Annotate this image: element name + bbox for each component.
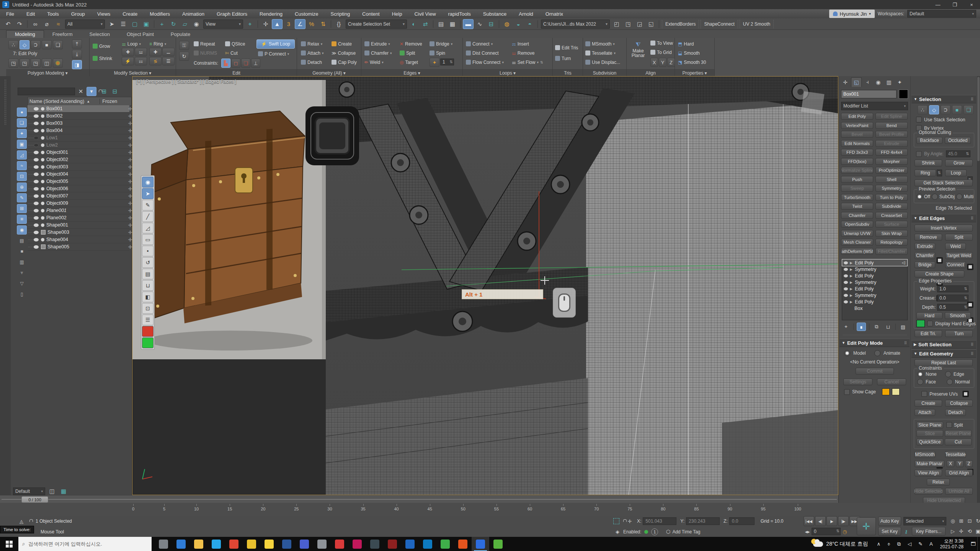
preserve-uvs-settings-icon[interactable] bbox=[962, 391, 969, 397]
extendborders-button[interactable]: ExtendBorders bbox=[662, 20, 699, 28]
filter-cameras-icon[interactable]: ▣ bbox=[17, 140, 27, 149]
modifier-pathdeform-wsm[interactable]: PathDeform (WSM bbox=[841, 248, 873, 255]
ring-shift-button[interactable]: ≶ bbox=[149, 57, 162, 65]
expand-arrow-icon[interactable]: ▶ bbox=[850, 280, 853, 284]
constraint-face-icon[interactable]: ❑ bbox=[241, 59, 250, 68]
frame-tick[interactable]: 60 bbox=[528, 507, 532, 511]
filter-frozen-icon[interactable]: ✳ bbox=[17, 215, 27, 224]
enabled-badge[interactable]: 1 bbox=[651, 528, 658, 535]
tray-display-icon[interactable]: ⧉ bbox=[897, 541, 901, 547]
ring-shrink-button[interactable]: ⚊ bbox=[162, 48, 175, 56]
explorer-search-input[interactable] bbox=[18, 88, 75, 95]
configure-modifier-sets-icon[interactable]: ▨ bbox=[899, 323, 907, 331]
bridge-button[interactable]: Bridge bbox=[915, 261, 935, 268]
tessellate-button[interactable]: Tessellate▾ bbox=[585, 49, 616, 57]
stack-eye-icon[interactable] bbox=[844, 294, 848, 297]
repeat-button[interactable]: Repeat bbox=[194, 40, 215, 47]
loop-dropdown[interactable]: ⚌Loop▾ bbox=[122, 40, 141, 47]
snaps-toggle-icon[interactable]: 3 bbox=[283, 19, 294, 29]
tab-populate[interactable]: Populate bbox=[162, 31, 199, 38]
scene-undo-1-icon[interactable]: ◰ bbox=[611, 19, 622, 29]
name-column-header[interactable]: Name (Sorted Ascending)▲ bbox=[28, 99, 100, 104]
roll-icon[interactable]: ⟲ bbox=[966, 527, 973, 535]
menu-animation[interactable]: Animation bbox=[176, 9, 211, 18]
smooth30-button[interactable]: ⬔Smooth 30 bbox=[678, 59, 706, 66]
taskbar-app-6[interactable] bbox=[243, 537, 260, 551]
split-button[interactable]: Split bbox=[400, 49, 415, 57]
ring-spinner[interactable] bbox=[937, 170, 942, 176]
list-item[interactable]: Object009✛ bbox=[28, 200, 129, 207]
frozen-column-header[interactable]: Frozen bbox=[100, 99, 131, 104]
key-mode-dropdown[interactable]: Selected▾ bbox=[903, 517, 946, 525]
frame-tick[interactable]: 100 bbox=[794, 507, 801, 511]
uv2smooth-button[interactable]: UV 2 Smooth bbox=[740, 20, 774, 28]
section-label[interactable]: Edit bbox=[176, 69, 297, 76]
align-z-button[interactable]: Z bbox=[667, 58, 675, 67]
maximize-viewport-icon[interactable]: ▣ bbox=[974, 527, 980, 535]
shapeconnect-button[interactable]: ShapeConnect bbox=[701, 20, 738, 28]
set-flow-button[interactable]: ⚌Set Flow▾⇅ bbox=[512, 59, 543, 66]
modifier-bevel[interactable]: Bevel bbox=[841, 131, 873, 138]
smooth-edge-button[interactable]: ⬓Smooth bbox=[678, 49, 700, 57]
start-button[interactable] bbox=[0, 537, 18, 551]
viewport-label[interactable]: [+] [ Perspective ] [ Standard* ] [ Edge… bbox=[136, 79, 236, 84]
rectangular-selection-region-icon[interactable]: ▢ bbox=[129, 19, 140, 29]
list-item[interactable]: Shape004✛ bbox=[28, 236, 129, 243]
list-item[interactable]: Box001✛ bbox=[28, 105, 129, 112]
taskbar-app-3[interactable] bbox=[190, 537, 207, 551]
animate-radio[interactable] bbox=[874, 350, 880, 356]
frame-tick[interactable]: 80 bbox=[661, 507, 665, 511]
taskbar-app-7[interactable] bbox=[260, 537, 278, 551]
modify-tab[interactable]: ◱ bbox=[851, 77, 862, 87]
tab-freeform[interactable]: Freeform bbox=[44, 31, 81, 38]
section-label[interactable]: Properties ▾ bbox=[675, 69, 714, 76]
visibility-eye-icon[interactable] bbox=[34, 129, 39, 132]
filter-geometry-icon[interactable]: ● bbox=[17, 108, 27, 117]
modifier-mesh-cleaner[interactable]: Mesh Cleaner bbox=[841, 239, 873, 246]
commit-button[interactable]: Commit bbox=[856, 368, 894, 375]
planar-z-button[interactable]: Z bbox=[965, 460, 973, 467]
weld-button[interactable]: ✏Weld▾ bbox=[364, 59, 384, 66]
make-planar-button[interactable]: Make Planar bbox=[915, 460, 944, 467]
align-to-view-button[interactable]: To View bbox=[650, 39, 673, 47]
unlink-selection-icon[interactable]: ⌀ bbox=[41, 19, 52, 29]
stack-up-icon[interactable]: ⤒ bbox=[72, 39, 82, 49]
next-frame-button[interactable]: |▶ bbox=[838, 516, 849, 526]
list-item[interactable]: Object004✛ bbox=[28, 171, 129, 178]
visibility-eye-icon[interactable] bbox=[34, 165, 39, 169]
project-folder-dropdown[interactable]: C:\Users\JI...ds Max 2022▾ bbox=[541, 20, 610, 29]
modifier-opensubdiv[interactable]: OpenSubdiv bbox=[841, 221, 873, 228]
paint-selection-icon[interactable] bbox=[53, 59, 63, 68]
eraser-tool-icon[interactable]: ▭ bbox=[142, 234, 154, 245]
visibility-eye-icon[interactable] bbox=[34, 187, 39, 191]
polygon-subobject-icon[interactable]: ■ bbox=[952, 105, 962, 114]
menu-help[interactable]: Help bbox=[386, 9, 408, 18]
frame-tick[interactable]: 20 bbox=[261, 507, 265, 511]
list-item[interactable]: Plane001✛ bbox=[28, 207, 129, 214]
isolate-selection-icon[interactable]: ◬ bbox=[18, 517, 25, 525]
stack-item[interactable]: ▶Edit Poly bbox=[842, 285, 907, 292]
selection-rollout-header[interactable]: ▼Selection⠿ bbox=[911, 95, 976, 103]
modifier-symmetry[interactable]: Symmetry bbox=[875, 185, 908, 192]
utilities-tab[interactable]: ✦ bbox=[895, 78, 905, 87]
pin-stack-icon[interactable]: ⌖ bbox=[842, 323, 850, 331]
filter-xrefs-icon[interactable]: ⊕ bbox=[17, 183, 27, 192]
filter-helpers-icon[interactable]: ◿ bbox=[17, 150, 27, 160]
frame-tick[interactable]: 30 bbox=[327, 507, 332, 511]
stack-eye-icon[interactable] bbox=[844, 281, 848, 284]
border-mode-icon[interactable]: Ɔ bbox=[31, 40, 41, 49]
percent-snap-icon[interactable]: % bbox=[306, 19, 317, 29]
zoom-extents-icon[interactable]: ⊡ bbox=[966, 517, 973, 525]
visibility-eye-icon[interactable] bbox=[34, 245, 39, 249]
crease-spinner[interactable]: 0.0 bbox=[937, 295, 969, 302]
modifier-prooptimizer[interactable]: ProOptimizer bbox=[875, 167, 908, 174]
ring-dropdown[interactable]: ≡Ring▾ bbox=[149, 40, 166, 47]
list-item[interactable]: Plane002✛ bbox=[28, 214, 129, 222]
repeat-cycle-icon[interactable]: ↻ bbox=[179, 52, 189, 61]
tab-modeling[interactable]: Modeling bbox=[6, 30, 44, 38]
frame-back-icon[interactable]: ◂▸ bbox=[804, 528, 811, 535]
tab-selection[interactable]: Selection bbox=[81, 31, 118, 38]
flow-connect-button[interactable]: Flow Connect▾ bbox=[466, 59, 504, 66]
filter-container-icon[interactable]: ▯ bbox=[17, 290, 27, 299]
split-button[interactable]: Split bbox=[945, 234, 973, 241]
